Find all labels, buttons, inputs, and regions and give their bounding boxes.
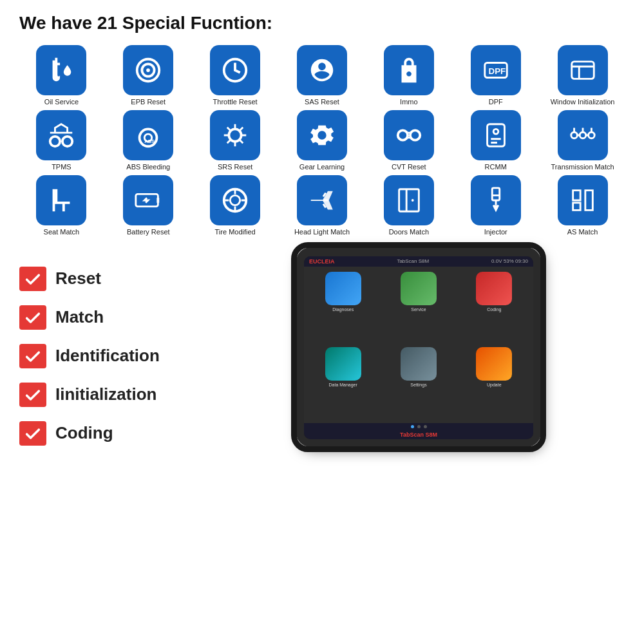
svg-point-13: [398, 131, 408, 140]
func-item-window-initialization[interactable]: Window Initialization: [540, 45, 625, 106]
page: We have 21 Special Fucntion: Oil Service…: [0, 0, 644, 644]
svg-point-24: [412, 199, 414, 202]
svg-point-17: [571, 132, 577, 138]
func-icon-tire: [210, 175, 260, 225]
tablet-wrapper: EUCLEIA TabScan S8M 0.0V 53% 09:30 Diagn…: [213, 247, 625, 447]
app-label: Service: [411, 307, 426, 312]
func-item-as-match[interactable]: AS Match: [540, 175, 625, 236]
app-update[interactable]: Update: [459, 347, 529, 418]
tablet-app-grid: DiagnosesServiceCodingData ManagerSettin…: [304, 267, 533, 423]
func-label-epb: EPB Reset: [131, 98, 166, 106]
svg-point-8: [62, 137, 72, 146]
svg-point-16: [493, 129, 498, 135]
func-item-tire-modified[interactable]: Tire Modified: [193, 175, 278, 236]
app-label: Diagnoses: [332, 307, 354, 312]
svg-point-22: [230, 196, 240, 205]
func-item-srs-reset[interactable]: SRS Reset: [193, 110, 278, 171]
func-label-cvt: CVT Reset: [392, 163, 426, 171]
func-icon-throttle: [210, 45, 260, 95]
headline: We have 21 Special Fucntion:: [19, 13, 625, 33]
func-item-rcmm[interactable]: RCMM: [453, 110, 538, 171]
func-icon-sas: [297, 45, 347, 95]
func-label-dpf: DPF: [489, 98, 503, 106]
app-diagnoses[interactable]: Diagnoses: [308, 272, 378, 343]
tablet-device: EUCLEIA TabScan S8M 0.0V 53% 09:30 Diagn…: [296, 247, 541, 447]
app-label: Update: [487, 383, 502, 387]
app-icon-img: [476, 272, 512, 305]
func-item-head-light-match[interactable]: Head Light Match: [280, 175, 365, 236]
tablet-app-name: TabScan S8M: [397, 258, 429, 264]
app-icon-img: [401, 347, 437, 381]
func-item-immo[interactable]: Immo: [366, 45, 451, 106]
bottom-section: ResetMatchIdentificationIinitializationC…: [19, 247, 625, 447]
check-item-match: Match: [19, 305, 200, 330]
func-item-dpf[interactable]: DPFDPF: [453, 45, 538, 106]
func-item-battery-reset[interactable]: Battery Reset: [106, 175, 191, 236]
func-label-throttle: Throttle Reset: [213, 98, 258, 106]
func-label-tpms: TPMS: [52, 163, 71, 171]
func-item-throttle-reset[interactable]: Throttle Reset: [193, 45, 278, 106]
func-item-seat-match[interactable]: Seat Match: [19, 175, 104, 236]
func-item-injector[interactable]: Injector: [453, 175, 538, 236]
func-icon-window: [558, 45, 608, 95]
func-item-sas-reset[interactable]: SAS Reset: [280, 45, 365, 106]
app-icon-img: [401, 272, 437, 305]
func-label-sas: SAS Reset: [305, 98, 339, 106]
svg-rect-25: [492, 188, 500, 200]
func-icon-dpf: DPF: [471, 45, 521, 95]
svg-text:ABS: ABS: [145, 138, 155, 144]
func-icon-rcmm: [471, 110, 521, 160]
func-icon-headlight: [297, 175, 347, 225]
check-item-coding: Coding: [19, 421, 200, 446]
func-label-as: AS Match: [567, 228, 598, 236]
func-label-headlight: Head Light Match: [294, 228, 350, 236]
svg-point-12: [229, 129, 242, 142]
dot-1: [411, 425, 414, 428]
func-icon-battery: [123, 175, 173, 225]
check-icon: [19, 267, 46, 291]
func-item-transmission-match[interactable]: Transmission Match: [540, 110, 625, 171]
func-icon-injector: [471, 175, 521, 225]
func-icon-cvt: [384, 110, 434, 160]
svg-point-7: [50, 137, 60, 146]
app-service[interactable]: Service: [383, 272, 453, 343]
check-icon: [19, 421, 46, 446]
func-label-doors: Doors Match: [389, 228, 429, 236]
func-label-abs: ABS Bleeding: [126, 163, 170, 171]
func-item-gear-learning[interactable]: Gear Learning: [280, 110, 365, 171]
tablet-footer: [304, 423, 533, 430]
func-item-oil-service[interactable]: Oil Service: [19, 45, 104, 106]
svg-point-14: [410, 131, 420, 140]
svg-point-19: [588, 132, 594, 138]
app-label: Coding: [487, 307, 501, 312]
check-icon: [19, 383, 46, 407]
svg-rect-23: [399, 189, 419, 212]
app-icon-img: [476, 347, 512, 381]
func-icon-oil: [36, 45, 86, 95]
check-label-2: Identification: [55, 346, 160, 366]
func-icon-gear: [297, 110, 347, 160]
check-icon: [19, 305, 46, 330]
app-label: Data Manager: [328, 383, 357, 387]
app-settings[interactable]: Settings: [383, 347, 453, 418]
svg-rect-6: [571, 62, 594, 79]
func-icon-transmission: [558, 110, 608, 160]
func-label-window: Window Initialization: [551, 98, 615, 106]
check-label-3: Iinitialization: [55, 384, 156, 404]
svg-point-18: [580, 132, 586, 138]
app-icon-img: [325, 347, 361, 381]
func-item-cvt-reset[interactable]: CVT Reset: [366, 110, 451, 171]
func-label-battery: Battery Reset: [127, 228, 170, 236]
func-item-abs-bleeding[interactable]: ABSABS Bleeding: [106, 110, 191, 171]
app-label: Settings: [410, 383, 426, 387]
func-item-doors-match[interactable]: Doors Match: [366, 175, 451, 236]
func-icon-doors: [384, 175, 434, 225]
func-item-tpms[interactable]: TPMS: [19, 110, 104, 171]
dot-2: [417, 425, 421, 428]
func-label-tire: Tire Modified: [215, 228, 256, 236]
app-data-manager[interactable]: Data Manager: [308, 347, 378, 418]
func-item-epb-reset[interactable]: EPB Reset: [106, 45, 191, 106]
func-label-immo: Immo: [400, 98, 418, 106]
func-icon-immo: [384, 45, 434, 95]
app-coding[interactable]: Coding: [459, 272, 529, 343]
